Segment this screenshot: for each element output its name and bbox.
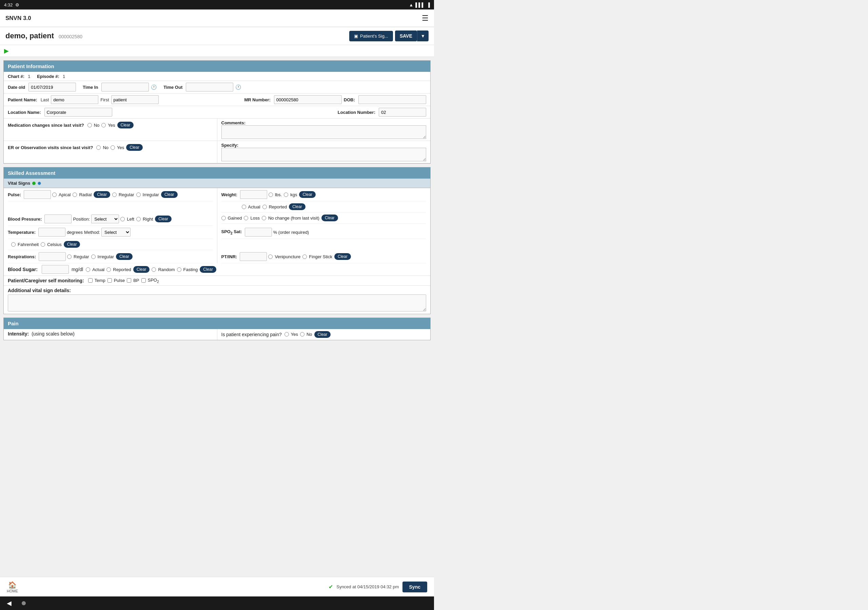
weight-input[interactable] [240,190,267,199]
reported-label1: Reported [269,204,287,209]
apical-radio[interactable] [52,192,57,197]
pulse-check-label: Pulse [114,278,125,283]
location-number-label: Location Number: [338,110,375,115]
pain-yes-radio[interactable] [284,332,289,336]
er-yes-radio[interactable] [110,146,115,150]
actual-radio2[interactable] [86,267,90,272]
sync-info: ✔ Synced at 04/15/2019 04:32 pm Sync [329,582,427,591]
resp-clear-button[interactable]: Clear [116,253,133,260]
resp-regular-radio[interactable] [67,254,71,259]
medication-yes-radio[interactable] [101,123,106,127]
irregular-radio[interactable] [136,192,141,197]
last-label: Last [41,97,49,102]
radial-radio[interactable] [73,192,77,197]
patient-caregiver-row: Patient/Caregiver self monitoring: Temp … [4,276,430,286]
sig-icon: ▣ [354,34,358,39]
sync-button[interactable]: Sync [403,582,427,591]
fahrenheit-radio[interactable] [11,242,16,247]
weight-clear1-button[interactable]: Clear [299,191,316,198]
mr-label: MR Number: [245,97,271,102]
left-radio[interactable] [120,217,125,221]
er-no-radio[interactable] [96,146,101,150]
method-select[interactable]: Select Oral Rectal Axillary Tympanic [101,228,130,237]
patient-caregiver-label: Patient/Caregiver self monitoring: [8,278,84,283]
ptinr-clear-button[interactable]: Clear [334,253,351,260]
weight-row: Weight: lbs. kgs Clear [222,188,426,201]
lbs-radio[interactable] [268,192,273,197]
celsius-radio[interactable] [41,242,45,247]
no-change-radio[interactable] [262,216,266,220]
temp-clear-button[interactable]: Clear [64,241,81,248]
mr-input[interactable] [274,95,342,104]
main-content: Patient Information Chart #: 1 Episode #… [0,57,434,590]
weight-label: Weight: [222,192,237,197]
medication-comments-row: Medication changes since last visit? No … [4,119,430,141]
save-dropdown-button[interactable]: ▼ [417,31,429,41]
resp-input[interactable] [39,252,66,261]
menu-icon[interactable]: ☰ [422,14,429,23]
temp-input[interactable] [38,228,65,237]
spo2-check[interactable] [141,278,146,283]
fasting-radio[interactable] [177,267,181,272]
dob-input[interactable] [358,95,426,104]
gained-radio[interactable] [222,216,226,220]
home-button[interactable]: 🏠 HOME [7,581,18,591]
celsius-label: Celsius [47,242,62,247]
pain-no-radio[interactable] [300,332,304,336]
pulse-clear1-button[interactable]: Clear [94,191,110,198]
specify-textarea[interactable] [222,148,426,161]
er-clear-button[interactable]: Clear [126,144,143,151]
medication-no-radio[interactable] [87,123,92,127]
additional-label: Additional vital sign details: [8,288,71,293]
app-bar: SNVN 3.0 ☰ [0,9,434,27]
regular-radio[interactable] [112,192,117,197]
reported-radio2[interactable] [107,267,111,272]
resp-irregular-radio[interactable] [91,254,96,259]
additional-textarea[interactable] [8,294,426,311]
finger-stick-radio[interactable] [302,254,307,259]
location-number-input[interactable] [379,108,426,116]
pulse-clear2-button[interactable]: Clear [161,191,178,198]
venipuncture-radio[interactable] [268,254,273,259]
ptinr-row: PT/INR: Venipuncture Finger Stick Clear [222,250,426,263]
spo2-input[interactable] [245,228,272,237]
pain-clear-button[interactable]: Clear [314,331,331,338]
bp-clear-button[interactable]: Clear [155,215,172,222]
method-label: Method: [84,230,100,235]
time-in-input[interactable] [101,83,149,91]
weight-change-clear-button[interactable]: Clear [321,215,338,221]
last-name-input[interactable] [51,95,98,104]
skilled-assessment-header: Skilled Assessment [4,167,430,179]
save-button[interactable]: SAVE [395,31,417,41]
episode-label: Episode #: [37,74,59,79]
patient-sig-button[interactable]: ▣ Patient's Sig... [349,31,393,41]
medication-clear-button[interactable]: Clear [117,122,134,129]
play-button[interactable]: ▶ [4,48,9,54]
blood-sugar-input[interactable] [42,265,69,274]
comments-textarea[interactable] [222,125,426,139]
date-old-input[interactable] [28,83,76,91]
blood-sugar-clear2-button[interactable]: Clear [200,266,216,273]
blood-sugar-clear1-button[interactable]: Clear [133,266,150,273]
first-name-input[interactable] [111,95,159,104]
bp-check[interactable] [127,278,131,283]
time-out-clock-icon: 🕐 [235,84,241,90]
random-radio[interactable] [152,267,156,272]
weight-clear2-button[interactable]: Clear [289,203,305,210]
position-select[interactable]: Select Sitting Standing Lying [91,215,119,223]
ptinr-input[interactable] [240,252,267,261]
right-radio[interactable] [136,217,141,221]
gear-icon: ⚙ [15,2,19,8]
bp-input[interactable] [44,215,71,223]
location-name-input[interactable] [44,108,112,116]
pulse-check[interactable] [107,278,112,283]
pulse-input[interactable] [24,190,51,199]
reported-radio1[interactable] [262,205,267,209]
temp-check[interactable] [88,278,93,283]
loss-label: Loss [250,215,259,221]
time-out-input[interactable] [186,83,233,91]
kgs-radio[interactable] [284,192,288,197]
actual-radio1[interactable] [242,205,246,209]
bp-check-label: BP [133,278,139,283]
loss-radio[interactable] [244,216,248,220]
